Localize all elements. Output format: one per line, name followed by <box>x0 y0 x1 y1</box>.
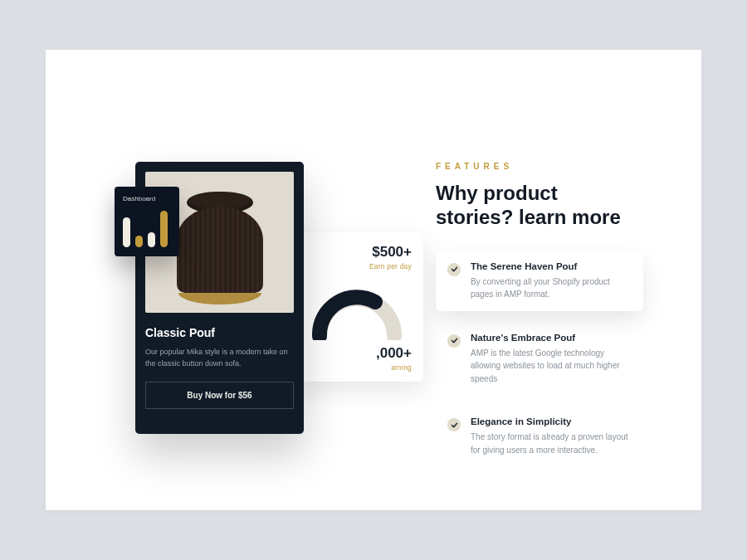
section-eyebrow: FEATURES <box>436 162 643 171</box>
product-title: Classic Pouf <box>145 326 294 339</box>
stat-value-total: ,000+ <box>302 345 412 362</box>
check-icon <box>447 334 461 348</box>
features-section: FEATURES Why product stories? learn more… <box>436 162 643 466</box>
feature-item-3[interactable]: Elegance in Simplicity The story format … <box>436 407 643 466</box>
check-icon <box>447 418 461 431</box>
headline-line2: stories? learn more <box>436 206 621 228</box>
page-canvas: $500+ Earn per day ,000+ arning Classic … <box>46 50 701 510</box>
buy-now-button[interactable]: Buy Now for $56 <box>145 382 294 409</box>
feature-title: The Serene Haven Pouf <box>471 261 632 271</box>
feature-list: The Serene Haven Pouf By converting all … <box>436 251 643 467</box>
gauge <box>302 282 412 340</box>
stat-label-total: arning <box>302 363 412 372</box>
product-description: Our popular Mika style is a modern take … <box>145 346 294 370</box>
headline-line1: Why product <box>436 182 558 204</box>
feature-desc: By converting all your Shopify product p… <box>471 275 632 301</box>
stat-value-daily: $500+ <box>302 244 412 261</box>
feature-item-2[interactable]: Nature's Embrace Pouf AMP is the latest … <box>436 323 643 396</box>
dashboard-title: Dashboard <box>123 195 171 202</box>
stats-card: $500+ Earn per day ,000+ arning <box>290 232 423 382</box>
section-headline: Why product stories? learn more <box>436 181 643 230</box>
bar-chart-icon <box>123 211 171 247</box>
feature-title: Nature's Embrace Pouf <box>471 333 632 343</box>
stat-label-daily: Earn per day <box>302 262 412 270</box>
feature-item-1[interactable]: The Serene Haven Pouf By converting all … <box>436 251 643 311</box>
dashboard-badge: Dashboard <box>115 187 179 256</box>
feature-desc: The story format is already a proven lay… <box>471 431 632 456</box>
feature-desc: AMP is the latest Google technology allo… <box>471 347 632 386</box>
check-icon <box>447 263 461 276</box>
feature-title: Elegance in Simplicity <box>471 416 632 426</box>
